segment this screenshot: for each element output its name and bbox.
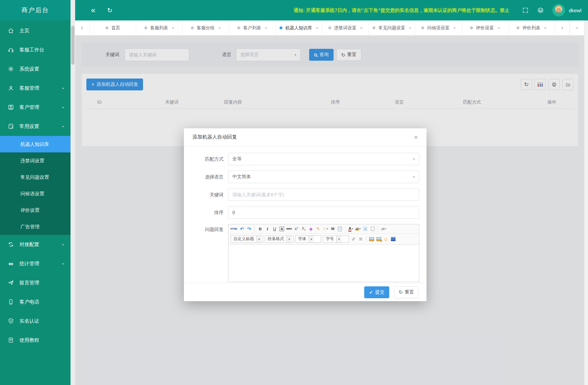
modal-header: 添加机器人自动回复 ×: [184, 128, 426, 146]
refresh-page-icon[interactable]: ↻: [107, 7, 112, 14]
sidebar-item-label: 对接配置: [19, 241, 39, 248]
modal-reset-button[interactable]: ↻ 重置: [394, 286, 419, 298]
html-source-icon[interactable]: HTML: [230, 226, 238, 232]
modal-language-select[interactable]: 中文简体 ▼: [228, 171, 419, 183]
sidebar-item-customer-phone[interactable]: 客户电话: [0, 292, 71, 311]
bordered-a-icon[interactable]: A: [279, 226, 285, 232]
italic-icon[interactable]: I: [264, 226, 270, 232]
sidebar-subitem-rating[interactable]: 评价设置: [0, 202, 71, 218]
sort-label: 排序: [184, 206, 228, 219]
sidebar-item-statistics[interactable]: ∞统计管理: [0, 254, 71, 273]
tab-rating-list[interactable]: 评价列表×: [509, 20, 555, 35]
underline-icon[interactable]: U: [272, 226, 278, 232]
video-icon[interactable]: [390, 236, 396, 242]
tab-robot-knowledge[interactable]: 机器人知识库×: [276, 20, 322, 35]
close-icon[interactable]: ×: [360, 25, 363, 31]
match-type-select[interactable]: 全等 ▼: [228, 153, 419, 165]
sidebar-item-service-manage[interactable]: 客服管理: [0, 79, 71, 98]
sidebar-subitem-faq[interactable]: 常见问题设置: [0, 169, 71, 185]
autoformat-icon[interactable]: ☆▾: [322, 226, 328, 232]
tab-label: 常见问题设置: [378, 25, 405, 31]
tabs-menu-button[interactable]: [570, 20, 584, 35]
editor-select-2[interactable]: 字体▾: [295, 236, 321, 243]
new-page-icon[interactable]: [369, 226, 375, 232]
close-icon[interactable]: ×: [265, 25, 267, 31]
image-upload-icon[interactable]: [376, 236, 382, 242]
sidebar-menu: 主页客服工作台系统设置客服管理客户管理?常用设置机器人知识库违禁词设置常见问题设…: [0, 20, 71, 385]
emoji-icon[interactable]: ☺: [383, 236, 389, 242]
sidebar-subitem-greeting[interactable]: 问候语设置: [0, 185, 71, 202]
tab-faq[interactable]: 常见问题设置×: [369, 20, 415, 35]
user-menu[interactable]: ☺ dkewl: [552, 4, 581, 16]
close-icon[interactable]: ×: [497, 25, 500, 31]
collapse-sidebar-icon[interactable]: «: [91, 6, 95, 14]
sidebar-item-workbench[interactable]: 客服工作台: [0, 40, 71, 59]
modal-body: 匹配方式 全等 ▼ 选择语言 中文简体 ▼: [184, 146, 426, 283]
sidebar-item-messages[interactable]: 留言管理: [0, 273, 71, 292]
close-icon[interactable]: ×: [414, 134, 418, 141]
editor-content[interactable]: [228, 245, 419, 282]
sidebar: 商户后台 主页客服工作台系统设置客服管理客户管理?常用设置机器人知识库违禁词设置…: [0, 0, 71, 385]
format-brush-icon[interactable]: ✎: [315, 226, 321, 232]
sidebar-subitem-ads[interactable]: 广告管理: [0, 218, 71, 235]
sidebar-item-system-settings[interactable]: 系统设置: [0, 59, 71, 79]
tab-customer-list[interactable]: 客户列表×: [229, 20, 276, 35]
paste-text-icon[interactable]: T: [337, 226, 343, 232]
toolbar-separator: [366, 237, 366, 242]
sidebar-item-tutorial[interactable]: 使用教程: [0, 331, 71, 350]
tab-service-list[interactable]: 客服列表×: [136, 20, 183, 35]
close-icon[interactable]: ×: [544, 25, 546, 31]
api-icon: [7, 241, 15, 248]
editor-select-0[interactable]: 自定义标题▾: [231, 236, 263, 243]
page-scrollbar[interactable]: [584, 20, 588, 385]
sidebar-scrollbar[interactable]: [71, 0, 75, 385]
subscript-icon[interactable]: X2: [301, 226, 307, 232]
tab-service-group[interactable]: 客服分组×: [183, 20, 229, 35]
eraser-icon[interactable]: ◆: [308, 226, 314, 232]
link-icon[interactable]: [350, 236, 356, 242]
superscript-icon[interactable]: X2: [293, 226, 299, 232]
close-icon[interactable]: ×: [316, 25, 318, 31]
modal-keyword-input[interactable]: [228, 188, 419, 201]
close-icon[interactable]: ×: [453, 25, 456, 31]
tab-dot: [279, 26, 282, 29]
layers-icon[interactable]: [537, 7, 544, 14]
sort-input[interactable]: [228, 206, 419, 219]
highlight-color-icon[interactable]: ab▾: [355, 226, 361, 232]
tab-home[interactable]: 首页: [90, 20, 136, 35]
editor-select-3[interactable]: 字号▾: [323, 236, 349, 243]
close-icon[interactable]: ×: [172, 25, 174, 31]
sidebar-item-integration[interactable]: 对接配置: [0, 235, 71, 254]
reply-label: 问题回复: [184, 224, 228, 282]
caret-down-icon: ▼: [412, 175, 416, 179]
submit-button[interactable]: ✓ 提交: [364, 286, 390, 298]
tab-greeting[interactable]: 问候语设置×: [415, 20, 462, 35]
sidebar-item-home[interactable]: 主页: [0, 21, 71, 40]
tab-forbidden-words[interactable]: 违禁词设置×: [322, 20, 369, 35]
redo-icon[interactable]: ↷: [246, 226, 252, 232]
close-icon[interactable]: ×: [218, 25, 221, 31]
scrollbar-thumb[interactable]: [71, 26, 74, 65]
fullscreen-icon[interactable]: [522, 7, 529, 14]
sidebar-item-common-settings[interactable]: ?常用设置: [0, 117, 71, 136]
close-icon[interactable]: ×: [409, 25, 411, 31]
app-title: 商户后台: [0, 0, 71, 20]
sidebar-subitem-forbidden-words[interactable]: 违禁词设置: [0, 152, 71, 169]
sidebar-item-real-name[interactable]: 实名认证: [0, 311, 71, 331]
strikethrough-icon[interactable]: ABC: [286, 226, 292, 232]
font-color-icon[interactable]: A▾: [348, 226, 354, 232]
blockquote-icon[interactable]: 66: [330, 226, 336, 232]
anchor-icon[interactable]: a: [362, 226, 368, 232]
sidebar-subitem-robot-knowledge[interactable]: 机器人知识库: [0, 136, 71, 152]
bold-icon[interactable]: B: [257, 226, 263, 232]
tab-label: 违禁词设置: [334, 25, 357, 31]
editor-select-1[interactable]: 段落格式▾: [265, 236, 293, 243]
line-height-icon[interactable]: ↕≡▾: [380, 226, 386, 232]
tab-rating-settings[interactable]: 评价设置×: [462, 20, 509, 35]
sidebar-item-customer-manage[interactable]: 客户管理: [0, 98, 71, 117]
tabs-scroll-right-button[interactable]: [555, 20, 570, 35]
image-icon[interactable]: [368, 236, 374, 242]
unlink-icon[interactable]: [358, 236, 364, 242]
tabs-scroll-left-button[interactable]: [75, 20, 90, 35]
undo-icon[interactable]: ↶: [239, 226, 245, 232]
